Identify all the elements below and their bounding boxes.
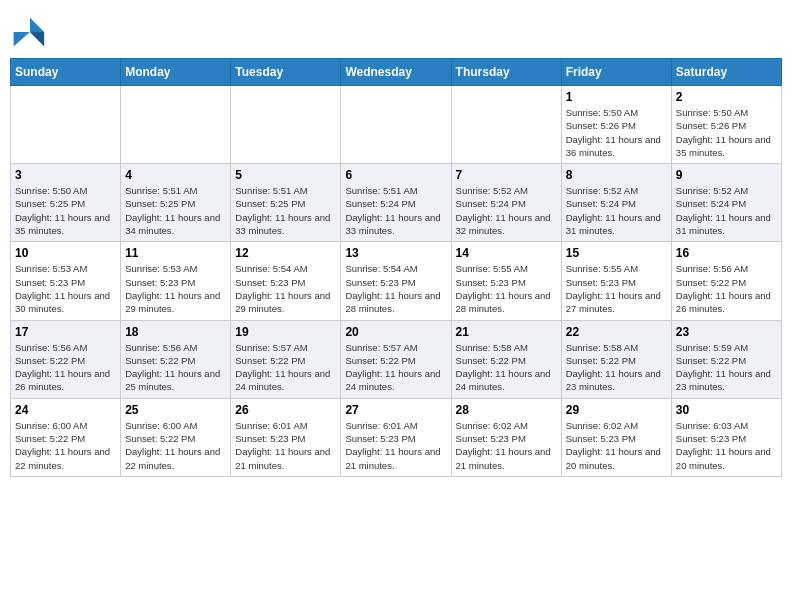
calendar-cell: 20Sunrise: 5:57 AM Sunset: 5:22 PM Dayli… bbox=[341, 320, 451, 398]
day-number: 5 bbox=[235, 168, 336, 182]
day-info: Sunrise: 6:03 AM Sunset: 5:23 PM Dayligh… bbox=[676, 419, 777, 472]
day-info: Sunrise: 6:00 AM Sunset: 5:22 PM Dayligh… bbox=[15, 419, 116, 472]
day-number: 7 bbox=[456, 168, 557, 182]
calendar-cell bbox=[451, 86, 561, 164]
day-info: Sunrise: 5:53 AM Sunset: 5:23 PM Dayligh… bbox=[15, 262, 116, 315]
day-header-friday: Friday bbox=[561, 59, 671, 86]
day-number: 18 bbox=[125, 325, 226, 339]
day-number: 23 bbox=[676, 325, 777, 339]
day-info: Sunrise: 6:00 AM Sunset: 5:22 PM Dayligh… bbox=[125, 419, 226, 472]
calendar-cell: 22Sunrise: 5:58 AM Sunset: 5:22 PM Dayli… bbox=[561, 320, 671, 398]
day-info: Sunrise: 5:55 AM Sunset: 5:23 PM Dayligh… bbox=[456, 262, 557, 315]
page-header bbox=[10, 10, 782, 50]
day-header-thursday: Thursday bbox=[451, 59, 561, 86]
day-info: Sunrise: 6:02 AM Sunset: 5:23 PM Dayligh… bbox=[456, 419, 557, 472]
day-info: Sunrise: 5:56 AM Sunset: 5:22 PM Dayligh… bbox=[125, 341, 226, 394]
day-info: Sunrise: 6:01 AM Sunset: 5:23 PM Dayligh… bbox=[345, 419, 446, 472]
calendar-cell: 17Sunrise: 5:56 AM Sunset: 5:22 PM Dayli… bbox=[11, 320, 121, 398]
day-info: Sunrise: 5:54 AM Sunset: 5:23 PM Dayligh… bbox=[235, 262, 336, 315]
day-number: 4 bbox=[125, 168, 226, 182]
day-info: Sunrise: 5:52 AM Sunset: 5:24 PM Dayligh… bbox=[566, 184, 667, 237]
calendar-cell: 19Sunrise: 5:57 AM Sunset: 5:22 PM Dayli… bbox=[231, 320, 341, 398]
day-number: 22 bbox=[566, 325, 667, 339]
day-info: Sunrise: 5:56 AM Sunset: 5:22 PM Dayligh… bbox=[15, 341, 116, 394]
day-number: 30 bbox=[676, 403, 777, 417]
day-number: 11 bbox=[125, 246, 226, 260]
calendar-cell: 1Sunrise: 5:50 AM Sunset: 5:26 PM Daylig… bbox=[561, 86, 671, 164]
calendar-cell: 27Sunrise: 6:01 AM Sunset: 5:23 PM Dayli… bbox=[341, 398, 451, 476]
calendar: SundayMondayTuesdayWednesdayThursdayFrid… bbox=[10, 58, 782, 477]
day-info: Sunrise: 5:52 AM Sunset: 5:24 PM Dayligh… bbox=[676, 184, 777, 237]
calendar-cell: 12Sunrise: 5:54 AM Sunset: 5:23 PM Dayli… bbox=[231, 242, 341, 320]
day-info: Sunrise: 5:52 AM Sunset: 5:24 PM Dayligh… bbox=[456, 184, 557, 237]
day-number: 12 bbox=[235, 246, 336, 260]
calendar-cell: 23Sunrise: 5:59 AM Sunset: 5:22 PM Dayli… bbox=[671, 320, 781, 398]
day-info: Sunrise: 5:58 AM Sunset: 5:22 PM Dayligh… bbox=[566, 341, 667, 394]
day-number: 3 bbox=[15, 168, 116, 182]
day-info: Sunrise: 5:55 AM Sunset: 5:23 PM Dayligh… bbox=[566, 262, 667, 315]
day-headers: SundayMondayTuesdayWednesdayThursdayFrid… bbox=[11, 59, 782, 86]
day-number: 14 bbox=[456, 246, 557, 260]
day-header-sunday: Sunday bbox=[11, 59, 121, 86]
calendar-cell: 26Sunrise: 6:01 AM Sunset: 5:23 PM Dayli… bbox=[231, 398, 341, 476]
day-info: Sunrise: 5:57 AM Sunset: 5:22 PM Dayligh… bbox=[235, 341, 336, 394]
calendar-cell: 16Sunrise: 5:56 AM Sunset: 5:22 PM Dayli… bbox=[671, 242, 781, 320]
day-number: 6 bbox=[345, 168, 446, 182]
calendar-cell: 28Sunrise: 6:02 AM Sunset: 5:23 PM Dayli… bbox=[451, 398, 561, 476]
calendar-cell: 18Sunrise: 5:56 AM Sunset: 5:22 PM Dayli… bbox=[121, 320, 231, 398]
day-number: 1 bbox=[566, 90, 667, 104]
calendar-cell: 4Sunrise: 5:51 AM Sunset: 5:25 PM Daylig… bbox=[121, 164, 231, 242]
day-info: Sunrise: 5:50 AM Sunset: 5:25 PM Dayligh… bbox=[15, 184, 116, 237]
day-header-tuesday: Tuesday bbox=[231, 59, 341, 86]
calendar-cell: 7Sunrise: 5:52 AM Sunset: 5:24 PM Daylig… bbox=[451, 164, 561, 242]
day-number: 26 bbox=[235, 403, 336, 417]
calendar-cell: 13Sunrise: 5:54 AM Sunset: 5:23 PM Dayli… bbox=[341, 242, 451, 320]
day-info: Sunrise: 5:54 AM Sunset: 5:23 PM Dayligh… bbox=[345, 262, 446, 315]
day-info: Sunrise: 5:53 AM Sunset: 5:23 PM Dayligh… bbox=[125, 262, 226, 315]
calendar-cell: 11Sunrise: 5:53 AM Sunset: 5:23 PM Dayli… bbox=[121, 242, 231, 320]
day-number: 13 bbox=[345, 246, 446, 260]
calendar-cell: 25Sunrise: 6:00 AM Sunset: 5:22 PM Dayli… bbox=[121, 398, 231, 476]
day-number: 21 bbox=[456, 325, 557, 339]
calendar-cell: 29Sunrise: 6:02 AM Sunset: 5:23 PM Dayli… bbox=[561, 398, 671, 476]
day-info: Sunrise: 5:51 AM Sunset: 5:24 PM Dayligh… bbox=[345, 184, 446, 237]
day-number: 10 bbox=[15, 246, 116, 260]
day-info: Sunrise: 5:57 AM Sunset: 5:22 PM Dayligh… bbox=[345, 341, 446, 394]
day-number: 27 bbox=[345, 403, 446, 417]
calendar-cell: 6Sunrise: 5:51 AM Sunset: 5:24 PM Daylig… bbox=[341, 164, 451, 242]
calendar-cell: 30Sunrise: 6:03 AM Sunset: 5:23 PM Dayli… bbox=[671, 398, 781, 476]
day-info: Sunrise: 5:56 AM Sunset: 5:22 PM Dayligh… bbox=[676, 262, 777, 315]
calendar-cell: 9Sunrise: 5:52 AM Sunset: 5:24 PM Daylig… bbox=[671, 164, 781, 242]
logo bbox=[10, 14, 48, 50]
calendar-cell bbox=[121, 86, 231, 164]
calendar-cell bbox=[341, 86, 451, 164]
day-number: 20 bbox=[345, 325, 446, 339]
day-number: 25 bbox=[125, 403, 226, 417]
day-info: Sunrise: 5:59 AM Sunset: 5:22 PM Dayligh… bbox=[676, 341, 777, 394]
day-number: 8 bbox=[566, 168, 667, 182]
day-info: Sunrise: 5:51 AM Sunset: 5:25 PM Dayligh… bbox=[235, 184, 336, 237]
day-info: Sunrise: 6:01 AM Sunset: 5:23 PM Dayligh… bbox=[235, 419, 336, 472]
day-number: 19 bbox=[235, 325, 336, 339]
day-header-monday: Monday bbox=[121, 59, 231, 86]
calendar-cell: 8Sunrise: 5:52 AM Sunset: 5:24 PM Daylig… bbox=[561, 164, 671, 242]
day-info: Sunrise: 5:50 AM Sunset: 5:26 PM Dayligh… bbox=[676, 106, 777, 159]
calendar-cell: 15Sunrise: 5:55 AM Sunset: 5:23 PM Dayli… bbox=[561, 242, 671, 320]
calendar-week-4: 17Sunrise: 5:56 AM Sunset: 5:22 PM Dayli… bbox=[11, 320, 782, 398]
logo-icon bbox=[10, 14, 46, 50]
day-header-saturday: Saturday bbox=[671, 59, 781, 86]
calendar-cell bbox=[11, 86, 121, 164]
calendar-cell: 24Sunrise: 6:00 AM Sunset: 5:22 PM Dayli… bbox=[11, 398, 121, 476]
day-info: Sunrise: 5:50 AM Sunset: 5:26 PM Dayligh… bbox=[566, 106, 667, 159]
day-header-wednesday: Wednesday bbox=[341, 59, 451, 86]
calendar-week-3: 10Sunrise: 5:53 AM Sunset: 5:23 PM Dayli… bbox=[11, 242, 782, 320]
day-number: 9 bbox=[676, 168, 777, 182]
day-number: 16 bbox=[676, 246, 777, 260]
day-number: 29 bbox=[566, 403, 667, 417]
day-info: Sunrise: 6:02 AM Sunset: 5:23 PM Dayligh… bbox=[566, 419, 667, 472]
svg-marker-3 bbox=[14, 18, 30, 32]
day-number: 28 bbox=[456, 403, 557, 417]
calendar-week-5: 24Sunrise: 6:00 AM Sunset: 5:22 PM Dayli… bbox=[11, 398, 782, 476]
calendar-cell bbox=[231, 86, 341, 164]
calendar-week-1: 1Sunrise: 5:50 AM Sunset: 5:26 PM Daylig… bbox=[11, 86, 782, 164]
